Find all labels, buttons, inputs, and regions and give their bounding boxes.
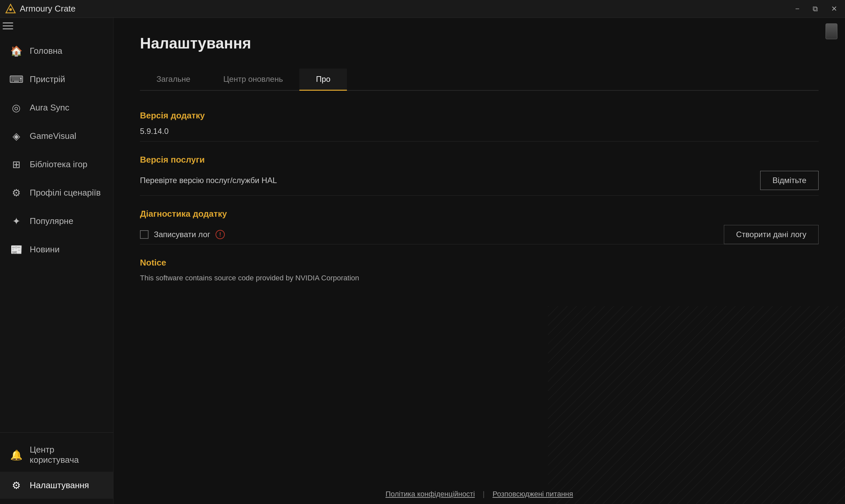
tabs: Загальне Центр оновлень Про [140, 69, 818, 91]
service-version-title: Версія послуги [140, 155, 818, 165]
app-version-title: Версія додатку [140, 110, 818, 121]
diagnostics-title: Діагностика додатку [140, 209, 818, 219]
user-center-icon: 🔔 [9, 448, 23, 462]
divider-2 [140, 195, 818, 196]
sidebar-item-user-center-label: Центр користувача [30, 445, 104, 465]
tab-update-center[interactable]: Центр оновлень [207, 69, 300, 91]
log-checkbox[interactable] [140, 230, 148, 239]
sidebar-item-home-label: Головна [30, 46, 63, 56]
aura-icon: ◎ [9, 101, 23, 114]
sidebar-item-user-center[interactable]: 🔔 Центр користувача [0, 438, 113, 472]
divider-1 [140, 141, 818, 142]
privacy-policy-link[interactable]: Політика конфіденційності [386, 490, 475, 498]
footer-separator: | [483, 490, 485, 498]
restore-button[interactable]: ⧉ [810, 4, 821, 14]
svg-point-1 [9, 8, 12, 11]
profiles-icon: ⚙ [9, 186, 23, 200]
home-icon: 🏠 [9, 44, 23, 58]
sidebar-item-settings[interactable]: ⚙ Налаштування [0, 472, 113, 499]
close-button[interactable]: ✕ [828, 4, 840, 14]
info-icon[interactable]: ! [215, 230, 225, 239]
settings-icon: ⚙ [9, 478, 23, 492]
library-icon: ⊞ [9, 157, 23, 171]
sidebar-item-profiles[interactable]: ⚙ Профілі сценаріїв [0, 178, 113, 207]
app-title: Armoury Crate [20, 4, 793, 14]
sidebar-item-home[interactable]: 🏠 Головна [0, 37, 113, 65]
window-controls: − ⧉ ✕ [793, 4, 840, 14]
app-logo [5, 4, 16, 14]
sidebar-item-settings-label: Налаштування [30, 480, 89, 490]
sidebar-item-popular-label: Популярне [30, 216, 73, 226]
diagnostics-row: Записувати лог ! Створити дані логу [140, 225, 818, 244]
sidebar: 🏠 Головна ⌨ Пристрій ◎ Aura Sync ◈ GameV… [0, 18, 113, 504]
diagnostics-left: Записувати лог ! [140, 230, 225, 239]
sidebar-item-profiles-label: Профілі сценаріїв [30, 188, 101, 198]
sidebar-item-popular[interactable]: ✦ Популярне [0, 207, 113, 235]
gamevisual-icon: ◈ [9, 129, 23, 143]
notice-title: Notice [140, 258, 818, 268]
log-checkbox-label: Записувати лог [154, 230, 210, 239]
page-title: Налаштування [140, 34, 818, 52]
service-version-text: Перевірте версію послуг/служби HAL [140, 176, 277, 185]
sidebar-item-gamevisual[interactable]: ◈ GameVisual [0, 122, 113, 150]
sidebar-item-library[interactable]: ⊞ Бібліотека ігор [0, 150, 113, 178]
minimize-button[interactable]: − [793, 4, 802, 14]
app-body: 🏠 Головна ⌨ Пристрій ◎ Aura Sync ◈ GameV… [0, 18, 845, 504]
news-icon: 📰 [9, 242, 23, 256]
popular-icon: ✦ [9, 214, 23, 228]
titlebar: Armoury Crate − ⧉ ✕ [0, 0, 845, 18]
faq-link[interactable]: Розповсюджені питання [492, 490, 573, 498]
service-version-row: Перевірте версію послуг/служби HAL Відмі… [140, 171, 818, 190]
content-inner: Налаштування Загальне Центр оновлень Про… [113, 18, 845, 322]
notice-text: This software contains source code provi… [140, 274, 818, 282]
main-content: Налаштування Загальне Центр оновлень Про… [113, 18, 845, 504]
sidebar-item-devices-label: Пристрій [30, 74, 65, 85]
sidebar-item-gamevisual-label: GameVisual [30, 131, 76, 141]
sidebar-item-news-label: Новини [30, 245, 59, 255]
hamburger-menu[interactable] [0, 18, 113, 34]
sidebar-item-devices[interactable]: ⌨ Пристрій [0, 65, 113, 93]
app-version-value: 5.9.14.0 [140, 127, 818, 136]
notice-section: Notice This software contains source cod… [140, 258, 818, 282]
tab-general[interactable]: Загальне [140, 69, 207, 91]
divider-3 [140, 244, 818, 245]
tab-about[interactable]: Про [299, 69, 347, 91]
sidebar-bottom: 🔔 Центр користувача ⚙ Налаштування [0, 432, 113, 504]
sidebar-item-aura[interactable]: ◎ Aura Sync [0, 93, 113, 122]
sidebar-item-aura-label: Aura Sync [30, 103, 69, 113]
sidebar-item-library-label: Бібліотека ігор [30, 159, 87, 169]
sidebar-nav: 🏠 Головна ⌨ Пристрій ◎ Aura Sync ◈ GameV… [0, 34, 113, 432]
footer: Політика конфіденційності | Розповсюджен… [113, 484, 845, 504]
devices-icon: ⌨ [9, 72, 23, 86]
app-version-section: Версія додатку 5.9.14.0 [140, 110, 818, 142]
service-version-section: Версія послуги Перевірте версію послуг/с… [140, 155, 818, 196]
diagnostics-section: Діагностика додатку Записувати лог ! Ств… [140, 209, 818, 245]
sidebar-item-news[interactable]: 📰 Новини [0, 235, 113, 264]
check-service-button[interactable]: Відмітьте [760, 171, 818, 190]
create-log-button[interactable]: Створити дані логу [724, 225, 818, 244]
